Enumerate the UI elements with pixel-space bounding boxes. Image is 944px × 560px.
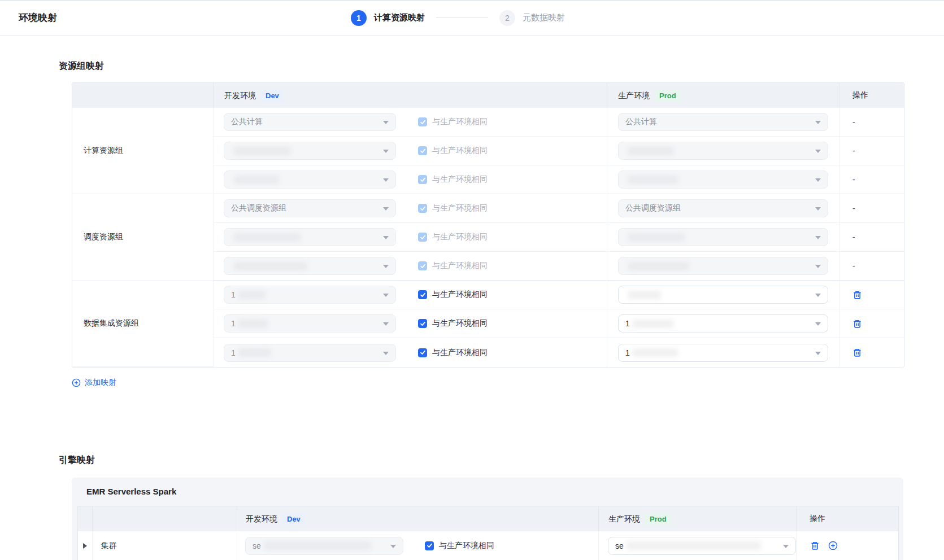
chevron-down-icon	[815, 178, 821, 182]
chevron-down-icon	[783, 545, 789, 548]
check-icon	[420, 234, 426, 240]
dev-resource-select: 公共计算	[224, 113, 396, 131]
add-row-button[interactable]	[828, 541, 838, 550]
engine-mapping-section-title: 引擎映射	[59, 454, 944, 466]
stepper: 1 计算资源映射 2 元数据映射	[351, 1, 565, 35]
chevron-down-icon	[383, 150, 389, 153]
check-icon	[427, 542, 433, 549]
check-icon	[420, 119, 426, 125]
step-compute-resource-mapping: 1 计算资源映射	[351, 10, 425, 26]
prod-badge: Prod	[655, 90, 681, 101]
delete-row-button[interactable]	[852, 290, 862, 300]
same-as-prod-checkbox[interactable]	[418, 319, 427, 328]
same-as-prod-checkbox	[418, 175, 427, 184]
step-label: 元数据映射	[523, 12, 565, 23]
same-as-prod-label: 与生产环境相同	[432, 232, 488, 242]
engine-panel-title: EMR Serverless Spark	[86, 487, 898, 496]
step-number-badge: 2	[499, 10, 515, 26]
same-as-prod-checkbox[interactable]	[418, 348, 427, 357]
same-as-prod-label: 与生产环境相同	[432, 117, 488, 127]
redacted-value	[628, 291, 661, 299]
delete-row-button[interactable]	[810, 541, 820, 550]
trash-icon	[852, 290, 862, 300]
dev-cluster-select: se	[245, 537, 403, 555]
dev-resource-select: 1	[224, 344, 396, 362]
same-as-prod-checkbox	[418, 233, 427, 242]
prod-resource-select[interactable]: 1	[618, 344, 828, 362]
select-value: se	[615, 541, 624, 550]
check-icon	[420, 148, 426, 154]
chevron-down-icon	[815, 121, 821, 124]
same-as-prod-checkbox[interactable]	[425, 541, 434, 550]
dev-resource-select	[224, 142, 396, 160]
add-circle-icon	[828, 541, 838, 550]
same-as-prod-checkbox	[418, 204, 427, 213]
dev-resource-select	[224, 170, 396, 189]
prod-resource-select	[618, 257, 828, 275]
prod-env-label: 生产环境	[618, 91, 650, 100]
chevron-down-icon	[815, 322, 821, 326]
chevron-down-icon	[390, 545, 396, 548]
prod-env-cell	[607, 165, 839, 194]
add-mapping-link[interactable]: 添加映射	[72, 378, 116, 388]
same-as-prod-label: 与生产环境相同	[432, 290, 488, 300]
page-title: 环境映射	[19, 11, 57, 24]
same-as-prod-label: 与生产环境相同	[439, 541, 494, 551]
redacted-value	[627, 541, 761, 550]
step-connector	[436, 18, 488, 18]
redacted-value	[628, 262, 689, 270]
redacted-value	[238, 291, 266, 299]
dev-env-column-header: 开发环境Dev	[214, 83, 607, 108]
step-number-badge: 1	[351, 10, 367, 26]
select-value: 公共计算	[231, 117, 263, 127]
check-icon	[420, 177, 426, 183]
chevron-down-icon	[383, 322, 389, 326]
redacted-value	[628, 147, 673, 155]
select-value: 公共调度资源组	[625, 203, 681, 213]
chevron-down-icon	[815, 236, 821, 239]
dev-env-column-header: 开发环境Dev	[237, 506, 599, 531]
dev-env-cell: 与生产环境相同	[214, 252, 607, 281]
delete-row-button[interactable]	[852, 348, 862, 357]
dev-env-cell: 与生产环境相同	[214, 137, 607, 165]
chevron-down-icon	[383, 294, 389, 297]
redacted-value	[238, 320, 268, 328]
table-row: 集群 se 与生产环境相同	[78, 531, 898, 560]
redacted-value	[234, 147, 290, 155]
prod-resource-select[interactable]	[618, 286, 828, 304]
action-cell	[839, 309, 904, 338]
delete-row-button[interactable]	[852, 319, 862, 329]
engine-panel-emr-serverless-spark: EMR Serverless Spark 开发环境Dev 生产环境Prod 操作	[72, 478, 903, 560]
chevron-down-icon	[383, 178, 389, 182]
redacted-value	[633, 320, 673, 328]
dev-env-label: 开发环境	[246, 514, 277, 523]
table-row: 计算资源组公共计算与生产环境相同公共计算-	[72, 108, 904, 137]
group-column-header	[72, 83, 214, 108]
prod-env-cell	[607, 223, 839, 252]
dev-badge: Dev	[282, 514, 305, 524]
same-as-prod-checkbox[interactable]	[418, 290, 427, 299]
prod-resource-select	[618, 170, 828, 189]
prod-badge: Prod	[645, 514, 671, 524]
dev-resource-select	[224, 257, 396, 275]
prod-resource-select	[618, 142, 828, 160]
prod-env-cell	[607, 137, 839, 165]
prod-env-cell	[607, 252, 839, 281]
table-row: 数据集成资源组1与生产环境相同	[72, 281, 904, 309]
chevron-down-icon	[815, 294, 821, 297]
chevron-down-icon	[815, 207, 821, 211]
row-group-label: 调度资源组	[72, 194, 214, 281]
chevron-down-icon	[383, 236, 389, 239]
action-cell: -	[839, 108, 904, 137]
action-cell: -	[839, 223, 904, 252]
trash-icon	[852, 319, 862, 329]
check-icon	[420, 349, 426, 356]
redacted-value	[234, 176, 279, 184]
prod-resource-select[interactable]: 1	[618, 314, 828, 333]
same-as-prod-label: 与生产环境相同	[432, 348, 488, 358]
redacted-value	[234, 233, 301, 242]
prod-cluster-select[interactable]: se	[608, 537, 796, 555]
dev-resource-select	[224, 228, 396, 246]
expand-row-icon[interactable]	[83, 543, 87, 549]
redacted-value	[628, 233, 685, 242]
